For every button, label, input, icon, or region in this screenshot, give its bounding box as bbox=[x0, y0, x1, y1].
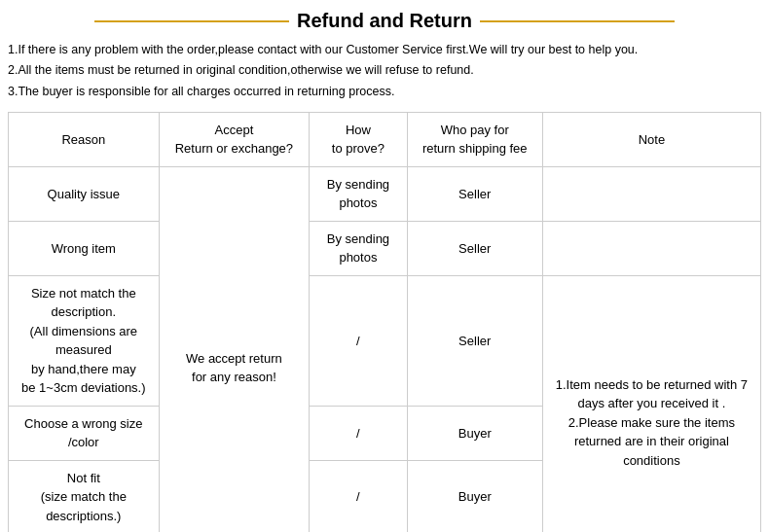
title-line-right bbox=[480, 20, 675, 22]
notice-line2: 2.All the items must be returned in orig… bbox=[8, 60, 761, 81]
title-row: Refund and Return bbox=[8, 10, 761, 32]
reason-not-fit: Not fit(size match the descriptions.) bbox=[9, 460, 160, 532]
who-size-not-match: Seller bbox=[407, 275, 542, 406]
note-main: 1.Item needs to be returned with 7 days … bbox=[542, 275, 760, 532]
table-row: Size not match the description.(All dime… bbox=[9, 275, 761, 406]
header-note: Note bbox=[542, 112, 760, 166]
how-quality: By sendingphotos bbox=[310, 166, 407, 221]
page-wrapper: Refund and Return 1.If there is any prob… bbox=[0, 0, 769, 532]
reason-wrong-item: Wrong item bbox=[9, 221, 160, 275]
how-wrong-item: By sendingphotos bbox=[310, 221, 407, 275]
who-wrong-item: Seller bbox=[407, 221, 542, 275]
notice-line1: 1.If there is any problem with the order… bbox=[8, 40, 761, 60]
note-quality bbox=[542, 166, 760, 221]
reason-wrong-size: Choose a wrong size /color bbox=[9, 406, 160, 460]
who-wrong-size: Buyer bbox=[407, 406, 542, 460]
notice-line3: 3.The buyer is responsible for all charg… bbox=[8, 82, 761, 102]
header-accept: AcceptReturn or exchange? bbox=[159, 112, 310, 166]
reason-quality: Quality issue bbox=[9, 166, 160, 221]
accept-all: We accept returnfor any reason! bbox=[159, 166, 310, 532]
how-not-fit: / bbox=[310, 460, 407, 532]
who-quality: Seller bbox=[407, 166, 542, 221]
reason-size-not-match: Size not match the description.(All dime… bbox=[9, 275, 160, 406]
note-wrong-item bbox=[542, 221, 760, 275]
how-size-not-match: / bbox=[310, 275, 407, 406]
table-row: Quality issue We accept returnfor any re… bbox=[9, 166, 761, 221]
who-not-fit: Buyer bbox=[407, 460, 542, 532]
how-wrong-size: / bbox=[310, 406, 407, 460]
header-reason: Reason bbox=[9, 112, 160, 166]
notice-block: 1.If there is any problem with the order… bbox=[8, 40, 761, 102]
title-line-left bbox=[94, 20, 289, 22]
header-who: Who pay forreturn shipping fee bbox=[407, 112, 542, 166]
table-header-row: Reason AcceptReturn or exchange? Howto p… bbox=[9, 112, 761, 166]
table-row: Wrong item By sendingphotos Seller bbox=[9, 221, 761, 275]
page-title: Refund and Return bbox=[297, 10, 472, 32]
refund-table: Reason AcceptReturn or exchange? Howto p… bbox=[8, 112, 761, 532]
header-how: Howto prove? bbox=[310, 112, 407, 166]
